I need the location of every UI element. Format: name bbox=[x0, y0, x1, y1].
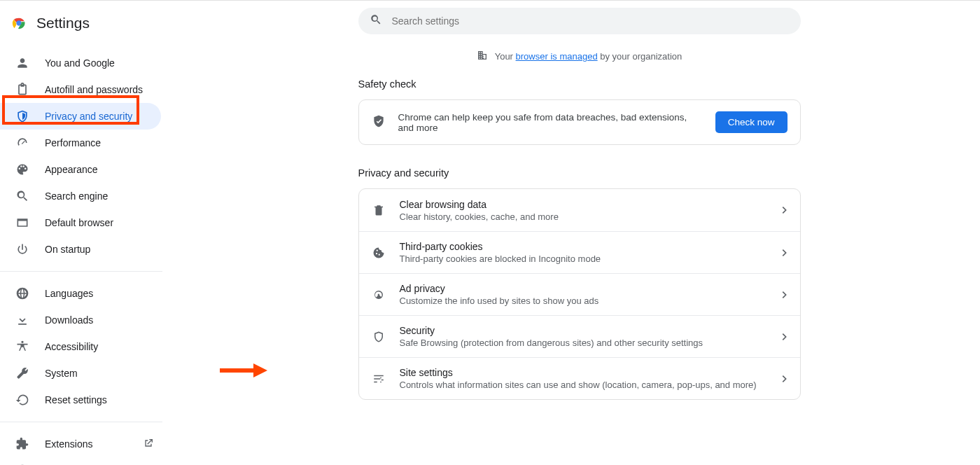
browser-window-icon bbox=[15, 216, 29, 230]
sidebar-item-on-startup[interactable]: On startup bbox=[0, 236, 161, 263]
main-content: Your browser is managed by your organiza… bbox=[178, 1, 980, 465]
sidebar: Settings You and Google Autofill and pas… bbox=[0, 1, 178, 465]
person-icon bbox=[15, 56, 29, 70]
nav-group-footer: Extensions About Chrome bbox=[0, 426, 178, 465]
sidebar-item-appearance[interactable]: Appearance bbox=[0, 156, 161, 183]
download-icon bbox=[15, 313, 29, 327]
page-title: Settings bbox=[36, 15, 90, 32]
wrench-icon bbox=[15, 366, 29, 380]
palette-icon bbox=[15, 162, 29, 176]
chevron-right-icon bbox=[782, 247, 788, 259]
sidebar-item-label: Autofill and passwords bbox=[45, 84, 143, 95]
search-input[interactable] bbox=[392, 15, 790, 27]
tune-icon bbox=[372, 373, 386, 385]
search-bar[interactable] bbox=[358, 8, 801, 34]
privacy-list-card: Clear browsing data Clear history, cooki… bbox=[358, 188, 801, 400]
clipboard-icon bbox=[15, 83, 29, 97]
nav-separator bbox=[0, 422, 162, 422]
sidebar-item-extensions[interactable]: Extensions bbox=[0, 431, 161, 457]
shield-icon bbox=[15, 109, 29, 123]
nav-separator bbox=[0, 271, 162, 272]
safety-check-row: Chrome can help keep you safe from data … bbox=[359, 100, 800, 144]
sidebar-item-label: Search engine bbox=[45, 190, 108, 202]
row-clear-browsing-data[interactable]: Clear browsing data Clear history, cooki… bbox=[359, 189, 800, 231]
sidebar-item-system[interactable]: System bbox=[0, 360, 161, 387]
external-link-icon bbox=[143, 438, 154, 451]
power-icon bbox=[15, 242, 29, 256]
row-title: Security bbox=[400, 325, 768, 336]
sidebar-item-privacy-security[interactable]: Privacy and security bbox=[0, 103, 161, 130]
row-ad-privacy[interactable]: Ad privacy Customize the info used by si… bbox=[359, 273, 800, 315]
sidebar-item-label: You and Google bbox=[45, 57, 115, 69]
row-text: Ad privacy Customize the info used by si… bbox=[400, 283, 768, 306]
sidebar-item-default-browser[interactable]: Default browser bbox=[0, 209, 161, 236]
row-title: Site settings bbox=[400, 367, 768, 378]
row-third-party-cookies[interactable]: Third-party cookies Third-party cookies … bbox=[359, 231, 800, 273]
row-subtitle: Clear history, cookies, cache, and more bbox=[400, 211, 768, 222]
row-title: Ad privacy bbox=[400, 283, 768, 294]
sidebar-item-languages[interactable]: Languages bbox=[0, 280, 161, 307]
row-subtitle: Controls what information sites can use … bbox=[400, 380, 768, 390]
managed-text: Your browser is managed by your organiza… bbox=[495, 51, 682, 62]
sidebar-item-autofill[interactable]: Autofill and passwords bbox=[0, 76, 161, 103]
chevron-right-icon bbox=[782, 373, 788, 385]
chrome-logo-icon bbox=[11, 15, 27, 31]
row-text: Site settings Controls what information … bbox=[400, 367, 768, 390]
sidebar-item-reset-settings[interactable]: Reset settings bbox=[0, 387, 161, 413]
safety-check-section: Safety check Chrome can help keep you sa… bbox=[358, 78, 801, 167]
search-icon bbox=[15, 189, 29, 203]
sidebar-item-performance[interactable]: Performance bbox=[0, 130, 161, 156]
sidebar-item-label: On startup bbox=[45, 244, 90, 255]
section-title: Privacy and security bbox=[358, 167, 801, 179]
chevron-right-icon bbox=[782, 331, 788, 343]
row-subtitle: Customize the info used by sites to show… bbox=[400, 296, 768, 306]
check-now-button[interactable]: Check now bbox=[715, 111, 788, 133]
row-subtitle: Safe Browsing (protection from dangerous… bbox=[400, 338, 768, 348]
globe-icon bbox=[15, 286, 29, 300]
sidebar-item-label: Privacy and security bbox=[45, 111, 132, 122]
sidebar-item-label: Downloads bbox=[45, 314, 93, 326]
sidebar-item-about-chrome[interactable]: About Chrome bbox=[0, 457, 161, 465]
safety-check-card: Chrome can help keep you safe from data … bbox=[358, 99, 801, 145]
cookie-icon bbox=[372, 247, 386, 259]
chevron-right-icon bbox=[782, 204, 788, 216]
row-site-settings[interactable]: Site settings Controls what information … bbox=[359, 357, 800, 399]
chevron-right-icon bbox=[782, 289, 788, 301]
sidebar-item-label: Reset settings bbox=[45, 394, 107, 405]
row-security[interactable]: Security Safe Browsing (protection from … bbox=[359, 315, 800, 357]
shield-check-icon bbox=[372, 114, 386, 131]
nav-group-main: You and Google Autofill and passwords Pr… bbox=[0, 46, 178, 267]
accessibility-icon bbox=[15, 340, 29, 354]
managed-banner: Your browser is managed by your organiza… bbox=[477, 50, 682, 63]
sidebar-item-downloads[interactable]: Downloads bbox=[0, 307, 161, 333]
sidebar-item-search-engine[interactable]: Search engine bbox=[0, 183, 161, 209]
sidebar-item-you-and-google[interactable]: You and Google bbox=[0, 50, 161, 76]
row-title: Clear browsing data bbox=[400, 199, 768, 210]
row-subtitle: Third-party cookies are blocked in Incog… bbox=[400, 254, 768, 264]
building-icon bbox=[477, 50, 488, 63]
sidebar-item-label: Languages bbox=[45, 288, 93, 299]
row-text: Third-party cookies Third-party cookies … bbox=[400, 241, 768, 264]
sidebar-item-label: Performance bbox=[45, 137, 101, 148]
sidebar-item-label: Accessibility bbox=[45, 341, 98, 352]
restore-icon bbox=[15, 393, 29, 407]
shield-outline-icon bbox=[372, 331, 386, 343]
nav-group-secondary: Languages Downloads Accessibility System… bbox=[0, 276, 178, 417]
speedometer-icon bbox=[15, 136, 29, 150]
privacy-security-section: Privacy and security Clear browsing data… bbox=[358, 167, 801, 422]
ad-target-icon bbox=[372, 289, 386, 301]
row-title: Third-party cookies bbox=[400, 241, 768, 252]
trash-icon bbox=[372, 204, 386, 216]
safety-check-text: Chrome can help keep you safe from data … bbox=[398, 112, 703, 133]
row-text: Security Safe Browsing (protection from … bbox=[400, 325, 768, 348]
managed-link[interactable]: browser is managed bbox=[516, 51, 598, 62]
sidebar-item-accessibility[interactable]: Accessibility bbox=[0, 333, 161, 360]
sidebar-item-label: System bbox=[45, 368, 78, 379]
sidebar-header: Settings bbox=[0, 12, 178, 46]
sidebar-item-label: Extensions bbox=[45, 438, 92, 450]
row-text: Clear browsing data Clear history, cooki… bbox=[400, 199, 768, 222]
sidebar-item-label: Default browser bbox=[45, 217, 113, 228]
section-title: Safety check bbox=[358, 78, 801, 90]
puzzle-icon bbox=[15, 437, 29, 451]
search-icon bbox=[370, 13, 382, 29]
